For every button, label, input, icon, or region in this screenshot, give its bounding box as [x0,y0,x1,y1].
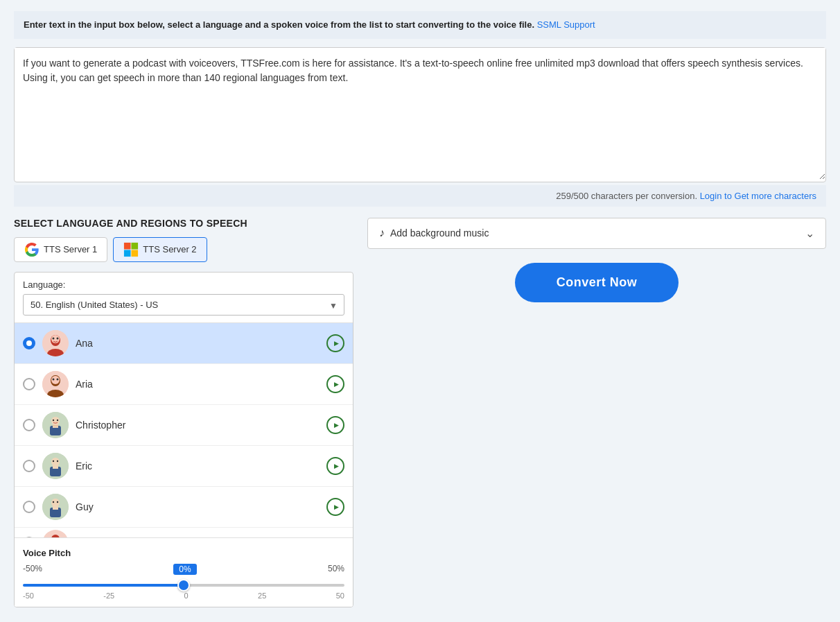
svg-point-15 [57,378,59,380]
language-label: Language: [15,273,353,290]
left-panel: SELECT LANGUAGE AND REGIONS TO SPEECH TT… [14,218,353,607]
svg-point-21 [57,419,58,420]
tick-25: 25 [258,591,266,600]
svg-rect-32 [53,506,58,510]
svg-point-20 [53,419,54,420]
svg-rect-2 [124,250,131,257]
play-btn-eric[interactable] [326,457,344,475]
voice-name-christopher: Christopher [76,420,320,431]
voice-avatar-guy [42,494,69,520]
tick-neg50: -50 [23,591,34,600]
voice-avatar-aria [42,371,69,397]
voice-name-guy: Guy [76,501,320,512]
svg-point-14 [53,378,55,380]
svg-point-30 [51,499,60,507]
music-bar-left: ♪ Add background music [379,227,489,239]
tab-tts-server-2-label: TTS Server 2 [143,244,196,254]
instruction-bar: Enter text in the input box below, selec… [14,11,826,39]
pitch-tick-labels: -50 -25 0 25 50 [23,591,344,600]
svg-point-27 [53,460,54,461]
svg-rect-22 [53,425,58,426]
language-section: Language: 50. English (United States) - … [14,272,353,607]
pitch-slider-wrapper [23,578,344,589]
pitch-slider[interactable] [23,584,344,587]
svg-rect-0 [124,242,131,249]
music-bar-label: Add background music [390,227,489,239]
svg-point-24 [51,458,60,466]
language-select-wrapper: 50. English (United States) - US 1. Afri… [15,290,353,322]
tick-neg25: -25 [103,591,114,600]
microsoft-icon [123,242,139,257]
text-input[interactable]: If you want to generate a podcast with v… [15,48,825,180]
google-icon [24,242,40,257]
voice-pitch-title: Voice Pitch [23,548,344,558]
music-bar[interactable]: ♪ Add background music ⌄ [367,218,826,249]
voice-radio-eric [23,460,35,472]
login-link[interactable]: Login to Get more characters [700,191,816,201]
convert-now-button[interactable]: Convert Now [515,263,679,302]
play-btn-guy[interactable] [326,498,344,516]
tick-50: 50 [336,591,344,600]
right-panel: ♪ Add background music ⌄ Convert Now [367,218,826,302]
section-title: SELECT LANGUAGE AND REGIONS TO SPEECH [14,218,353,229]
text-input-container: If you want to generate a podcast with v… [14,47,826,182]
svg-point-28 [57,460,58,461]
voice-item-ana[interactable]: Ana [15,323,353,364]
instruction-text: Enter text in the input box below, selec… [24,19,534,30]
voice-radio-aria [23,378,35,390]
pitch-label-current: 0% [173,564,196,575]
svg-point-33 [53,501,54,502]
main-content: SELECT LANGUAGE AND REGIONS TO SPEECH TT… [14,218,826,607]
voice-radio-christopher [23,419,35,431]
music-note-icon: ♪ [379,227,385,239]
voice-avatar-partial [42,530,69,537]
voice-name-aria: Aria [76,379,320,390]
voice-name-eric: Eric [76,460,320,472]
tab-tts-server-1-label: TTS Server 1 [44,244,97,254]
svg-point-9 [57,337,59,339]
server-tabs: TTS Server 1 TTS Server 2 [14,237,353,262]
pitch-labels: -50% 0% 50% [23,564,344,575]
voice-avatar-christopher [42,412,69,438]
voice-list: Ana [15,322,353,537]
chevron-down-icon: ⌄ [805,227,814,240]
voice-item-guy[interactable]: Guy [15,487,353,528]
voice-pitch-section: Voice Pitch -50% 0% 50% -50 -25 0 25 [15,537,353,607]
voice-item-partial[interactable]: - [15,528,353,537]
pitch-label-max: 50% [328,564,344,575]
tab-tts-server-1[interactable]: TTS Server 1 [14,237,107,262]
play-btn-christopher[interactable] [326,416,344,434]
language-select[interactable]: 50. English (United States) - US 1. Afri… [23,294,344,316]
voice-radio-guy [23,501,35,513]
char-count-text: 259/500 characters per conversion. [556,191,697,201]
svg-point-8 [53,337,55,339]
voice-radio-ana [23,337,35,349]
voice-avatar-ana [42,330,69,356]
voice-name-ana: Ana [76,338,320,349]
svg-point-12 [51,376,60,384]
svg-rect-3 [132,250,139,257]
pitch-label-min: -50% [23,564,42,575]
play-btn-aria[interactable] [326,375,344,393]
svg-point-34 [57,501,58,502]
voice-item-christopher[interactable]: Christopher [15,405,353,446]
svg-point-17 [51,417,60,425]
char-count-bar: 259/500 characters per conversion. Login… [14,185,826,207]
ssml-support-link[interactable]: SSML Support [537,19,595,30]
voice-item-aria[interactable]: Aria [15,364,353,405]
voice-item-eric[interactable]: Eric [15,446,353,487]
svg-rect-26 [53,465,58,469]
svg-rect-1 [132,242,139,249]
play-btn-ana[interactable] [326,334,344,352]
tick-0: 0 [184,591,189,600]
tab-tts-server-2[interactable]: TTS Server 2 [113,237,207,262]
voice-avatar-eric [42,453,69,479]
